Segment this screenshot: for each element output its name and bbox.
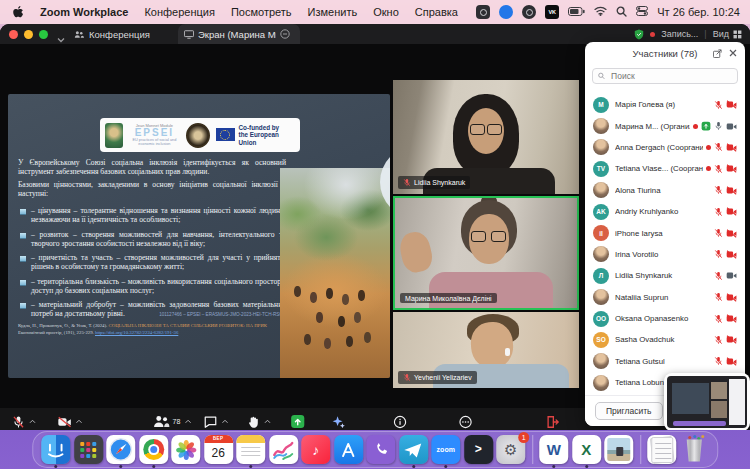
dock-app-calendar[interactable]: БЕР26 xyxy=(204,435,233,464)
participant-row[interactable]: SOSasha Ovadchuk xyxy=(585,329,745,350)
slide-citation: Кудла, Н., Прокопчук, О., & Усик, Т. (20… xyxy=(18,322,280,336)
screen-share-icon xyxy=(701,121,711,131)
toolbar-hand-button[interactable]: Поднять руку xyxy=(238,413,280,430)
participant-row[interactable]: OOOksana Opanasenko xyxy=(585,308,745,329)
dock-app-viber[interactable] xyxy=(366,435,395,464)
tab-screen-share[interactable]: Экран (Марина Миколаївн... xyxy=(178,24,300,44)
vk-status-icon[interactable]: VK xyxy=(545,5,559,19)
chevron-up-icon[interactable] xyxy=(264,419,271,424)
slide-logo-strip: Jean Monnet Module EPSEI EU practices of… xyxy=(100,118,300,152)
dock-app-telegram[interactable] xyxy=(399,435,428,464)
chevron-up-icon[interactable] xyxy=(29,419,36,424)
dock-app-trash[interactable] xyxy=(680,435,709,464)
control-center-icon[interactable] xyxy=(636,6,648,18)
screen-share-preview[interactable] xyxy=(664,373,750,430)
menu-item-2[interactable]: Посмотреть xyxy=(223,6,300,18)
dock-app-documents[interactable] xyxy=(647,435,676,464)
security-shield-icon[interactable] xyxy=(634,29,644,40)
toolbar-cam-off-button[interactable]: Видео xyxy=(58,413,83,430)
dock-app-chrome[interactable] xyxy=(139,435,168,464)
dock-app-finder[interactable] xyxy=(41,435,70,464)
dock-app-word[interactable]: W xyxy=(539,435,568,464)
menu-bar-clock[interactable]: Чт 26 бер. 10:24 xyxy=(657,6,740,18)
mic-off-icon xyxy=(714,335,723,345)
pop-out-icon[interactable] xyxy=(713,49,722,58)
participants-search[interactable] xyxy=(592,68,738,84)
participant-row[interactable]: Tetiana Gutsul xyxy=(585,351,745,372)
status-app-icon-1[interactable] xyxy=(476,5,490,19)
video-tile-maryna-active-speaker[interactable]: Марина Миколаївна Дєліні xyxy=(393,196,579,310)
participant-name: iPhone Iarysa xyxy=(615,229,711,238)
view-button[interactable]: Вид xyxy=(713,29,742,39)
recording-indicator[interactable]: Запись... xyxy=(661,29,698,39)
participant-row[interactable]: Anna Dergach (Соорганизатор) xyxy=(585,137,745,158)
search-input[interactable] xyxy=(609,70,732,82)
dock-app-appstore[interactable] xyxy=(334,435,363,464)
toolbar-more-button[interactable]: Дополнительно xyxy=(442,413,491,430)
participant-video-name: Lidiia Shynkaruk xyxy=(414,179,465,186)
dock-app-safari[interactable] xyxy=(106,435,135,464)
dock-app-devchat[interactable]: > xyxy=(464,435,493,464)
participant-row[interactable]: Марина М... (Организатор) xyxy=(585,115,745,136)
status-app-icon-2[interactable] xyxy=(499,5,513,19)
camera-icon xyxy=(726,122,737,131)
slide-bullet-list: – цінування – толерантне відношення та в… xyxy=(20,206,286,324)
menu-item-5[interactable]: Справка xyxy=(407,6,466,18)
slide-intro-text: У Європейському Союзі соціальна інклюзія… xyxy=(18,158,286,201)
dock-app-launchpad[interactable] xyxy=(74,435,103,464)
participant-avatar xyxy=(593,353,609,369)
search-icon[interactable] xyxy=(616,6,627,19)
participant-row[interactable]: MМарія Голева (я) xyxy=(585,94,745,115)
person-glasses xyxy=(470,124,485,135)
participant-row[interactable]: ЛLidiia Shynkaruk xyxy=(585,265,745,286)
citation-doi-link[interactable]: https://doi.org/10.32782/2224-6282/191-3… xyxy=(95,330,178,335)
zoom-window-button[interactable] xyxy=(39,30,48,39)
participant-row[interactable]: Nataliia Suprun xyxy=(585,287,745,308)
dock-app-photos[interactable] xyxy=(171,435,200,464)
participant-row[interactable]: Alona Tiurina xyxy=(585,180,745,201)
chevron-up-icon[interactable] xyxy=(76,419,83,424)
menu-item-0[interactable]: Zoom Workplace xyxy=(32,6,136,18)
toolbar-chat-button[interactable]: Чат xyxy=(204,413,229,430)
toolbar-leave-button[interactable]: Выйти xyxy=(543,413,563,430)
camera-off-icon xyxy=(726,357,737,366)
participant-row[interactable]: iIiPhone Iarysa xyxy=(585,222,745,243)
invite-button[interactable]: Пригласить xyxy=(595,402,663,420)
chevron-up-icon[interactable] xyxy=(184,419,191,424)
dock-app-music[interactable]: ♪ xyxy=(301,435,330,464)
menu-item-4[interactable]: Окно xyxy=(365,6,407,18)
tab-conference[interactable]: Конференция xyxy=(74,24,150,44)
participant-row[interactable]: TVTetiana Vlase... (Соорганизатор) xyxy=(585,158,745,179)
video-tile-lidiia[interactable]: Lidiia Shynkaruk xyxy=(393,80,579,194)
participant-name: Irina Vorotilo xyxy=(615,250,711,259)
menu-item-3[interactable]: Изменить xyxy=(300,6,366,18)
toolbar-mic-off-button[interactable]: Звук xyxy=(12,413,36,430)
participant-row[interactable]: AKAndriy Kruhlyanko xyxy=(585,201,745,222)
wifi-icon[interactable] xyxy=(594,6,607,18)
minimize-window-button[interactable] xyxy=(24,30,33,39)
apple-logo-icon[interactable] xyxy=(10,6,26,19)
close-window-button[interactable] xyxy=(9,30,18,39)
dock-app-settings[interactable]: ⚙1 xyxy=(496,435,525,464)
toolbar-share-button[interactable]: Поделиться xyxy=(279,413,317,430)
toolbar-people-button[interactable]: 78 Участники xyxy=(153,413,192,430)
video-name-label: Yevhenii Yelizariev xyxy=(398,371,477,384)
toolbar-info-button[interactable]: Информация о конференции xyxy=(354,413,446,430)
close-icon[interactable] xyxy=(729,49,737,57)
stop-share-icon[interactable] xyxy=(280,29,290,39)
video-tile-yevhenii[interactable]: Yevhenii Yelizariev xyxy=(393,312,579,388)
menu-item-1[interactable]: Конференция xyxy=(136,6,222,18)
macos-dock: БЕР26♪zoom>⚙1WX xyxy=(32,431,718,468)
camera-off-icon xyxy=(726,207,737,216)
dock-app-preview-image[interactable] xyxy=(604,435,633,464)
battery-icon[interactable] xyxy=(568,6,585,18)
participant-video-name: Марина Миколаївна Дєліні xyxy=(405,295,492,302)
dock-app-freeform[interactable] xyxy=(269,435,298,464)
status-app-icon-3[interactable] xyxy=(522,5,536,19)
dock-app-zoom[interactable]: zoom xyxy=(431,435,460,464)
dock-app-excel[interactable]: X xyxy=(572,435,601,464)
camera-off-icon xyxy=(726,229,737,238)
dock-app-notes[interactable] xyxy=(236,435,265,464)
participant-row[interactable]: Irina Vorotilo xyxy=(585,244,745,265)
chevron-up-icon[interactable] xyxy=(222,419,229,424)
